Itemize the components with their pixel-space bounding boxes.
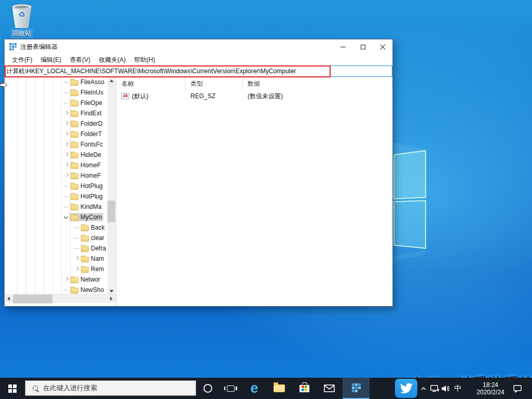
file-explorer-button[interactable] — [267, 378, 292, 399]
tree-expand-chevron-icon[interactable] — [63, 152, 70, 158]
tree-item-target[interactable]: FolderD — [70, 119, 104, 128]
tree-expand-chevron-icon[interactable] — [63, 204, 70, 210]
cortana-button[interactable] — [196, 378, 219, 399]
tree-expand-chevron-icon[interactable] — [63, 287, 70, 293]
tree-item[interactable]: Back — [5, 222, 108, 233]
tree-expand-chevron-icon[interactable] — [74, 224, 80, 231]
tree-expand-chevron-icon[interactable] — [63, 141, 70, 148]
tree-item-target[interactable]: HideDe — [70, 151, 103, 159]
tree-expand-chevron-icon[interactable] — [63, 276, 70, 283]
tree-expand-chevron-icon[interactable] — [74, 256, 80, 262]
tree-item[interactable]: FontsFc — [5, 139, 108, 150]
address-bar[interactable]: 计算机\HKEY_LOCAL_MACHINE\SOFTWARE\Microsof… — [5, 65, 392, 77]
tree-item[interactable]: FileInUs — [5, 87, 108, 98]
tree-item[interactable]: HotPlug — [5, 181, 108, 191]
tree-item[interactable]: KindMa — [5, 202, 108, 212]
tree-item[interactable]: FolderT — [5, 129, 108, 139]
tree-item-target[interactable]: MyCom — [70, 213, 103, 221]
tree-expand-chevron-icon[interactable] — [63, 193, 70, 200]
tree-item-target[interactable]: FileAsso — [70, 78, 106, 86]
tree-item-target[interactable]: HotPlug — [70, 182, 104, 190]
microsoft-store-button[interactable] — [292, 378, 317, 399]
tree-expand-chevron-icon[interactable] — [63, 172, 70, 179]
tree-expand-chevron-icon[interactable] — [63, 79, 70, 85]
tree-item[interactable]: FileOpe — [5, 98, 108, 108]
tree-item-target[interactable]: Rem — [80, 265, 105, 273]
tree-expand-chevron-icon[interactable] — [74, 245, 80, 251]
tree-item-target[interactable]: Networ — [70, 275, 102, 284]
tree-horizontal-scrollbar[interactable] — [5, 294, 116, 303]
tree-expand-chevron-icon[interactable] — [63, 214, 70, 220]
column-header-data[interactable]: 数据 — [242, 77, 392, 90]
tree-expand-chevron-icon[interactable] — [63, 162, 70, 168]
tree-item[interactable]: Rem — [5, 264, 108, 274]
edge-button[interactable]: e — [242, 378, 267, 399]
tree-vertical-scrollbar[interactable] — [107, 77, 115, 295]
tree-expand-chevron-icon[interactable] — [63, 89, 70, 96]
tree-item[interactable]: HomeF — [5, 170, 108, 181]
regedit-taskbar-button-active[interactable] — [343, 378, 370, 399]
tree-item[interactable]: Defra — [5, 243, 108, 254]
horizontal-scroll-thumb[interactable] — [13, 295, 52, 303]
tree-expand-chevron-icon[interactable] — [63, 183, 70, 189]
tree-expand-chevron-icon[interactable] — [74, 235, 80, 241]
tree-expand-chevron-icon[interactable] — [63, 100, 70, 106]
tree-item-target[interactable]: HomeF — [70, 171, 102, 180]
tree-item[interactable]: FileAsso — [5, 77, 108, 87]
menu-item[interactable]: 收藏夹(A) — [94, 55, 130, 65]
task-view-button[interactable] — [219, 378, 242, 399]
ime-indicator[interactable]: 中 — [452, 378, 464, 399]
tree-item[interactable]: NewSho — [5, 285, 108, 295]
recycle-bin[interactable]: ♻ 回收站 — [7, 3, 36, 38]
menu-item[interactable]: 编辑(E) — [36, 55, 65, 65]
tree-expand-chevron-icon[interactable] — [74, 266, 80, 272]
taskbar-clock[interactable]: 18:24 2020/2/24 — [472, 378, 509, 399]
tree-item[interactable]: FolderD — [5, 118, 108, 129]
tree-item[interactable]: HotPlug — [5, 191, 108, 202]
tree-item-target[interactable]: Nam — [80, 255, 105, 263]
hidden-icons-button[interactable] — [418, 378, 429, 399]
title-bar[interactable]: 注册表编辑器 — [5, 39, 392, 54]
tree-item[interactable]: HomeF — [5, 160, 108, 170]
tree-item[interactable]: Networ — [5, 274, 108, 285]
tree-item[interactable]: HideDe — [5, 150, 108, 160]
tree-expand-chevron-icon[interactable] — [63, 110, 70, 116]
tree-expand-chevron-icon[interactable] — [63, 131, 70, 137]
value-row[interactable]: ab (默认) REG_SZ (数值未设置) — [116, 90, 392, 102]
scroll-right-button[interactable] — [107, 295, 116, 303]
column-header-type[interactable]: 类型 — [185, 77, 242, 90]
volume-button[interactable] — [440, 378, 452, 399]
tree-item-target[interactable]: FontsFc — [70, 140, 104, 149]
column-header-name[interactable]: 名称 — [116, 77, 185, 90]
maximize-button[interactable] — [353, 39, 373, 54]
menu-item[interactable]: 帮助(H) — [130, 55, 159, 65]
tree-item[interactable]: Nam — [5, 254, 108, 264]
minimize-button[interactable] — [333, 39, 353, 54]
action-center-button[interactable] — [510, 378, 525, 399]
close-button[interactable] — [373, 39, 392, 54]
tree-item-target[interactable]: FolderT — [70, 130, 103, 138]
tree-item-target[interactable]: FileInUs — [70, 88, 105, 97]
tree-item-target[interactable]: Back — [80, 223, 106, 232]
scroll-up-button[interactable] — [107, 77, 115, 85]
tree-item[interactable]: MyCom — [5, 212, 108, 222]
twitter-button[interactable] — [395, 379, 417, 398]
tree-item-target[interactable]: Defra — [80, 244, 107, 252]
tree-item-target[interactable]: NewSho — [70, 286, 105, 294]
tree-item-target[interactable]: HotPlug — [70, 192, 104, 201]
menu-item[interactable]: 文件(F) — [8, 55, 36, 65]
mail-button[interactable] — [317, 378, 342, 399]
tree-item-target[interactable]: FileOpe — [70, 99, 104, 107]
tree-item-target[interactable]: FindExt — [70, 109, 103, 117]
menu-item[interactable]: 查看(V) — [65, 55, 94, 65]
tree-item-target[interactable]: clear — [80, 234, 106, 242]
start-button[interactable] — [0, 378, 25, 399]
network-status-button[interactable] — [429, 378, 440, 399]
recycle-bin-icon[interactable]: ♻ — [11, 3, 33, 28]
taskbar-search-input[interactable]: 在此键入进行搜索 — [25, 380, 196, 396]
tree-item[interactable]: FindExt — [5, 108, 108, 118]
vertical-scroll-thumb[interactable] — [107, 201, 115, 222]
tree-item[interactable]: clear — [5, 233, 108, 243]
tree-item-target[interactable]: KindMa — [70, 203, 103, 211]
tree-expand-chevron-icon[interactable] — [63, 121, 70, 127]
